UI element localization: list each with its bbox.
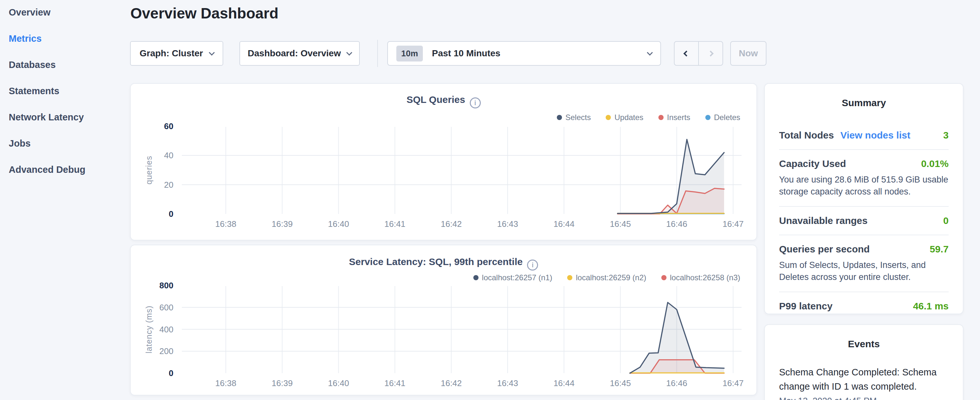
x-tick-label: 16:42	[441, 378, 462, 388]
legend-dot-icon	[661, 275, 667, 280]
chevron-down-icon	[647, 49, 652, 55]
chart-title: Service Latency: SQL, 99th percentilei	[131, 256, 756, 271]
time-window-selector[interactable]: 10m Past 10 Minutes	[387, 41, 661, 66]
graph-dropdown-label: Graph: Cluster	[140, 48, 203, 59]
legend-label: Inserts	[667, 113, 690, 122]
x-tick-label: 16:46	[666, 219, 687, 229]
x-tick-label: 16:43	[497, 378, 518, 388]
summary-rows: Total Nodes View nodes list 3 Capacity U…	[779, 121, 949, 320]
legend-item: Updates	[606, 113, 643, 122]
summary-row-p99-latency: P99 latency 46.1 ms	[779, 292, 949, 320]
summary-row-value: 59.7	[930, 244, 949, 255]
legend-item: localhost:26258 (n3)	[661, 273, 740, 282]
chart-card-1: SQL QueriesiSelectsUpdatesInsertsDeletes…	[130, 83, 757, 241]
events-panel: Events Schema Change Completed: Schema c…	[764, 324, 964, 400]
legend-dot-icon	[557, 115, 562, 120]
step-back-button[interactable]	[675, 42, 699, 65]
sidebar-item-jobs[interactable]: Jobs	[9, 138, 125, 149]
divider	[377, 40, 378, 67]
x-tick-label: 16:45	[610, 219, 631, 229]
time-window-badge: 10m	[396, 46, 423, 62]
x-tick-label: 16:40	[328, 219, 349, 229]
x-tick-label: 16:42	[441, 219, 462, 229]
summary-row-value: 3	[943, 130, 949, 141]
x-tick-label: 16:44	[554, 378, 574, 388]
summary-row-value: 0.01%	[921, 158, 949, 169]
legend-label: Updates	[614, 113, 643, 122]
sidebar-item-overview[interactable]: Overview	[9, 7, 125, 18]
summary-row-label: Capacity Used	[779, 158, 846, 169]
x-tick-label: 16:47	[722, 378, 743, 388]
summary-row-value: 0	[943, 215, 949, 226]
chevron-down-icon	[209, 49, 215, 55]
chart-card-2: Service Latency: SQL, 99th percentileilo…	[130, 245, 757, 395]
page-title: Overview Dashboard	[130, 5, 278, 22]
chart-plot-area[interactable]: 16:3816:3916:4016:4116:4216:4316:4416:45…	[182, 285, 741, 373]
y-tick-label: 400	[159, 324, 173, 334]
y-axis-ticks: 0204060	[131, 126, 178, 214]
legend-label: localhost:26257 (n1)	[482, 273, 552, 282]
dashboard-dropdown-label: Dashboard: Overview	[248, 48, 341, 59]
y-tick-label: 600	[159, 302, 173, 312]
sidebar-item-statements[interactable]: Statements	[9, 86, 125, 96]
legend-item: Deletes	[705, 113, 740, 122]
x-tick-label: 16:47	[722, 219, 743, 229]
legend-item: Inserts	[659, 113, 690, 122]
time-window-label: Past 10 Minutes	[432, 48, 501, 59]
chart-canvas	[182, 126, 741, 215]
events-title: Events	[779, 338, 949, 349]
graph-dropdown[interactable]: Graph: Cluster	[130, 41, 223, 66]
event-text: Schema Change Completed: Schema change w…	[779, 365, 949, 394]
x-tick-label: 16:40	[328, 378, 349, 388]
info-icon[interactable]: i	[527, 260, 538, 271]
summary-row-queries-per-second: Queries per second 59.7 Sum of Selects, …	[779, 235, 949, 292]
legend-dot-icon	[659, 115, 663, 120]
info-icon[interactable]: i	[470, 97, 481, 108]
chevron-right-icon	[708, 51, 713, 56]
y-tick-label: 20	[164, 180, 173, 190]
x-tick-label: 16:46	[666, 378, 687, 388]
chart-plot-area[interactable]: 16:3816:3916:4016:4116:4216:4316:4416:45…	[182, 126, 741, 214]
y-tick-label: 60	[164, 121, 173, 131]
summary-row-subtext: You are using 28.6 MiB of 515.9 GiB usab…	[779, 174, 949, 198]
x-tick-label: 16:43	[497, 219, 518, 229]
x-tick-label: 16:41	[384, 219, 406, 229]
summary-row-total-nodes: Total Nodes View nodes list 3	[779, 121, 949, 150]
legend-dot-icon	[705, 115, 711, 120]
summary-title: Summary	[779, 97, 949, 108]
sidebar-item-databases[interactable]: Databases	[9, 59, 125, 70]
step-forward-button[interactable]	[699, 42, 722, 65]
sidebar-item-advanced-debug[interactable]: Advanced Debug	[9, 164, 125, 175]
now-button[interactable]: Now	[730, 41, 767, 66]
legend-label: Deletes	[714, 113, 740, 122]
event-item[interactable]: Schema Change Completed: Schema change w…	[779, 365, 949, 400]
legend-item: localhost:26257 (n1)	[473, 273, 552, 282]
x-tick-label: 16:44	[554, 219, 574, 229]
sidebar-item-metrics[interactable]: Metrics	[9, 33, 125, 44]
summary-row-unavailable-ranges: Unavailable ranges 0	[779, 207, 949, 235]
sidebar-item-network-latency[interactable]: Network Latency	[9, 112, 125, 123]
chart-legend: SelectsUpdatesInsertsDeletes	[557, 113, 741, 122]
summary-row-label: Unavailable ranges	[779, 215, 867, 226]
x-tick-label: 16:39	[272, 219, 293, 229]
chart-title-text: SQL Queries	[406, 94, 465, 105]
x-tick-label: 16:39	[272, 378, 293, 388]
summary-row-capacity-used: Capacity Used 0.01% You are using 28.6 M…	[779, 150, 949, 207]
y-tick-label: 200	[159, 346, 173, 356]
y-axis-ticks: 0200400600800	[131, 285, 178, 373]
chart-legend: localhost:26257 (n1)localhost:26259 (n2)…	[473, 273, 740, 282]
x-tick-label: 16:38	[215, 378, 236, 388]
x-tick-label: 16:38	[215, 219, 236, 229]
y-tick-label: 40	[164, 150, 173, 161]
x-tick-label: 16:41	[384, 378, 406, 388]
chevron-down-icon	[347, 49, 352, 55]
summary-row-subtext: Sum of Selects, Updates, Inserts, and De…	[779, 259, 949, 283]
dashboard-dropdown[interactable]: Dashboard: Overview	[239, 41, 360, 66]
legend-label: localhost:26259 (n2)	[576, 273, 646, 282]
legend-dot-icon	[473, 275, 479, 280]
legend-label: localhost:26258 (n3)	[670, 273, 740, 282]
legend-dot-icon	[606, 115, 611, 120]
summary-row-label: Queries per second	[779, 244, 870, 255]
view-nodes-list-link[interactable]: View nodes list	[840, 130, 910, 141]
legend-label: Selects	[566, 113, 591, 122]
